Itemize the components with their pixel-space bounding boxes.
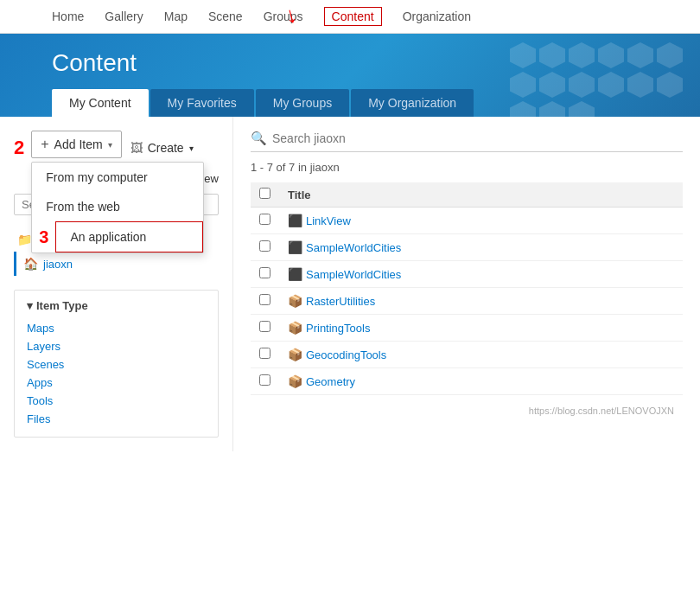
- tab-my-favorites[interactable]: My Favorites: [150, 89, 254, 117]
- toolbox-icon: 📦: [288, 294, 302, 308]
- filter-title: ▾ Item Type: [27, 299, 206, 312]
- row-checkbox[interactable]: [259, 348, 270, 359]
- decorative-hex-bg: [510, 34, 683, 117]
- add-item-dropdown: From my computer From the web 3 An appli…: [31, 162, 204, 253]
- filter-title-label: Item Type: [36, 299, 88, 312]
- layer-icon: ⬛: [288, 214, 302, 227]
- chevron-filter-icon: ▾: [27, 299, 33, 312]
- filter-apps[interactable]: Apps: [27, 374, 206, 392]
- filter-layers[interactable]: Layers: [27, 337, 206, 355]
- watermark: https://blog.csdn.net/LENOVOJXN: [251, 402, 683, 419]
- title-column-header: Title: [279, 182, 683, 208]
- nav-groups[interactable]: Groups: [264, 10, 303, 23]
- tab-my-content[interactable]: My Content: [52, 89, 149, 117]
- add-item-button[interactable]: + Add Item ▾: [31, 131, 121, 158]
- row-checkbox[interactable]: [259, 214, 270, 225]
- nav-content[interactable]: Content: [324, 7, 382, 26]
- select-all-header: [251, 182, 279, 208]
- results-count: 1 - 7 of 7 in jiaoxn: [251, 161, 683, 174]
- filter-tools[interactable]: Tools: [27, 392, 206, 410]
- item-link[interactable]: RasterUtilities: [306, 295, 375, 308]
- table-row: 📦RasterUtilities: [251, 288, 683, 315]
- table-row: 📦PrintingTools: [251, 315, 683, 342]
- toolbox-icon: 📦: [288, 374, 302, 388]
- search-row: 🔍: [251, 131, 683, 152]
- toolbox-icon: 📦: [288, 348, 302, 361]
- filter-files[interactable]: Files: [27, 410, 206, 428]
- row-checkbox[interactable]: [259, 321, 270, 332]
- create-button[interactable]: 🖼 Create ▾: [125, 136, 199, 160]
- main-area: 2 + Add Item ▾ From my computer From the…: [0, 117, 700, 451]
- chevron-down-icon: ▾: [108, 140, 112, 150]
- left-panel: 2 + Add Item ▾ From my computer From the…: [0, 117, 233, 451]
- nav-gallery[interactable]: Gallery: [105, 10, 143, 23]
- tab-my-organization[interactable]: My Organization: [351, 89, 474, 117]
- create-label: Create: [148, 141, 184, 155]
- item-link[interactable]: GeocodingTools: [306, 348, 386, 361]
- item-link[interactable]: LinkView: [306, 214, 351, 227]
- nav-home[interactable]: Home: [52, 10, 84, 23]
- item-link[interactable]: Geometry: [306, 375, 355, 388]
- tab-my-groups[interactable]: My Groups: [256, 89, 349, 117]
- filter-scenes[interactable]: Scenes: [27, 355, 206, 374]
- dropdown-an-application[interactable]: An application: [55, 221, 203, 252]
- row-checkbox[interactable]: [259, 294, 270, 305]
- row-checkbox[interactable]: [259, 240, 270, 252]
- create-chevron-icon: ▾: [189, 144, 194, 153]
- annotation-3: 3: [39, 227, 48, 247]
- select-all-checkbox[interactable]: [259, 188, 270, 199]
- item-link[interactable]: SampleWorldCities: [306, 241, 401, 254]
- table-row: ⬛SampleWorldCities: [251, 234, 683, 261]
- item-link[interactable]: SampleWorldCities: [306, 268, 401, 281]
- top-navigation: Home Gallery Map Scene Groups Content Or…: [0, 0, 700, 34]
- search-input[interactable]: [272, 131, 683, 145]
- table-row: ⬛LinkView: [251, 208, 683, 234]
- row-checkbox[interactable]: [259, 267, 270, 278]
- jiaoxn-label: jiaoxn: [43, 258, 73, 271]
- table-row: 📦GeocodingTools: [251, 342, 683, 368]
- search-icon: 🔍: [251, 131, 267, 146]
- nav-jiaoxn[interactable]: 🏠 jiaoxn: [14, 252, 219, 276]
- dropdown-from-web[interactable]: From the web: [32, 192, 203, 221]
- content-header: Content My Content My Favorites My Group…: [0, 34, 700, 117]
- table-header-row: Title: [251, 182, 683, 208]
- nav-scene[interactable]: Scene: [208, 10, 243, 23]
- create-icon: 🖼: [130, 141, 143, 155]
- folder-all-icon: 📁: [17, 233, 32, 246]
- item-link[interactable]: PrintingTools: [306, 322, 370, 335]
- plus-icon: +: [41, 137, 48, 152]
- nav-organization[interactable]: Organization: [403, 10, 471, 23]
- layer-icon: ⬛: [288, 240, 302, 254]
- toolbox-icon: 📦: [288, 321, 302, 335]
- items-table: Title ⬛LinkView⬛SampleWorldCities⬛Sample…: [251, 182, 683, 395]
- table-row: 📦Geometry: [251, 368, 683, 395]
- layer-icon: ⬛: [288, 267, 302, 281]
- filter-maps[interactable]: Maps: [27, 319, 206, 337]
- table-row: ⬛SampleWorldCities: [251, 261, 683, 288]
- home-icon: 🏠: [23, 257, 38, 271]
- right-panel: 🔍 1 - 7 of 7 in jiaoxn Title ⬛LinkView⬛S…: [233, 117, 700, 451]
- annotation-2: 2: [14, 137, 24, 159]
- add-item-label: Add Item: [54, 137, 103, 151]
- row-checkbox[interactable]: [259, 374, 270, 386]
- add-item-row: + Add Item ▾ From my computer From the w…: [31, 131, 121, 158]
- filter-section: ▾ Item Type Maps Layers Scenes Apps Tool…: [14, 290, 219, 438]
- nav-map[interactable]: Map: [164, 10, 188, 23]
- dropdown-from-computer[interactable]: From my computer: [32, 163, 203, 192]
